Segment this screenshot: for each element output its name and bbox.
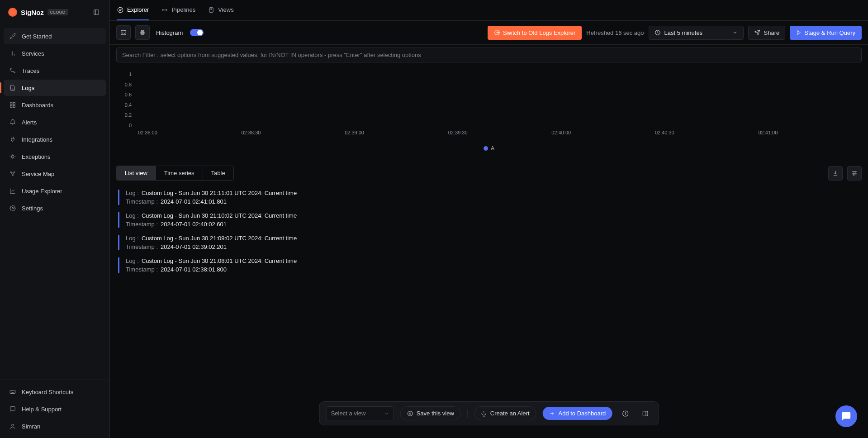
sidebar-nav: Get Started Services Traces Logs Dashboa… [0,24,109,220]
log-entry[interactable]: Log :Custom Log - Sun Jun 30 21:08:01 UT… [118,257,860,273]
sidebar-item-exceptions[interactable]: Exceptions [4,148,106,165]
tab-explorer[interactable]: Explorer [117,0,149,20]
x-tick: 02:40:00 [550,130,653,142]
toolbar: Histogram Switch to Old Logs Explorer Re… [110,21,868,45]
sidebar-item-label: Usage Explorer [22,188,62,195]
search-filter-input[interactable] [116,48,862,62]
svg-marker-21 [119,9,122,11]
x-tick: 02:39:30 [446,130,550,142]
keyboard-icon [9,388,16,395]
log-field-label: Log : [126,257,139,264]
send-icon [754,29,760,36]
tab-views[interactable]: Views [208,0,233,20]
run-query-button[interactable]: Stage & Run Query [790,26,862,40]
sidebar-item-label: Traces [22,67,39,74]
svg-point-36 [853,171,854,172]
sidebar-item-dashboards[interactable]: Dashboards [4,97,106,113]
sidebar-collapse-button[interactable] [91,7,101,17]
sidebar-item-traces[interactable]: Traces [4,62,106,79]
sidebar-item-label: Keyboard Shortcuts [22,389,73,395]
clock-icon [655,29,661,36]
sidebar-item-service-map[interactable]: Service Map [4,166,106,182]
svg-rect-24 [209,7,213,12]
chevron-down-icon [732,30,738,35]
switch-old-explorer-button[interactable]: Switch to Old Logs Explorer [488,26,582,40]
sidebar-item-logs[interactable]: Logs [4,80,106,96]
chat-support-button[interactable] [835,405,857,427]
sidebar-header: SigNoz CLOUD [0,0,109,24]
footer-divider [467,409,468,418]
svg-point-20 [118,7,123,13]
view-mode-table[interactable]: Table [203,166,233,180]
svg-point-39 [408,411,413,416]
select-placeholder: Select a view [331,410,366,417]
sidebar-item-services[interactable]: Services [4,45,106,62]
svg-point-22 [162,9,163,10]
svg-rect-18 [10,390,15,394]
sidebar-item-label: Logs [22,85,34,91]
svg-point-5 [10,68,11,69]
filter-row [116,48,862,62]
sidebar-item-label: Get Started [22,33,52,40]
create-alert-button[interactable]: Create an Alert [474,406,536,420]
sidebar: SigNoz CLOUD Get Started Services Traces… [0,0,110,438]
sidebar-item-label: Help & Support [22,406,62,413]
y-tick: 0.2 [125,112,132,118]
log-list: Log :Custom Log - Sun Jun 30 21:11:01 UT… [110,186,868,281]
sidebar-item-user[interactable]: Simran [4,418,106,434]
sidebar-item-get-started[interactable]: Get Started [4,28,106,44]
sidebar-item-keyboard-shortcuts[interactable]: Keyboard Shortcuts [4,384,106,400]
chat-icon [841,411,851,421]
sidebar-item-alerts[interactable]: Alerts [4,114,106,130]
log-timestamp: 2024-07-01 02:38:01.800 [161,266,227,273]
legend-dot-icon [484,146,488,151]
histogram-toggle[interactable] [190,29,204,36]
histogram-label: Histogram [156,29,183,36]
x-tick: 02:38:30 [240,130,343,142]
log-entry[interactable]: Log :Custom Log - Sun Jun 30 21:11:01 UT… [118,190,860,205]
log-body: Custom Log - Sun Jun 30 21:11:01 UTC 202… [142,190,297,196]
share-button[interactable]: Share [748,26,786,40]
add-to-dashboard-button[interactable]: Add to Dashboard [543,407,612,420]
view-mode-list[interactable]: List view [117,166,156,180]
chart-area: 10.80.60.40.20 02:38:0002:38:3002:39:000… [110,62,868,160]
log-entry[interactable]: Log :Custom Log - Sun Jun 30 21:09:02 UT… [118,235,860,250]
select-view-dropdown[interactable]: Select a view [326,406,394,420]
sidebar-footer: Keyboard Shortcuts Help & Support Simran [0,380,109,438]
sidebar-item-integrations[interactable]: Integrations [4,131,106,148]
format-options-button[interactable] [847,166,862,181]
svg-rect-10 [13,103,15,105]
tab-pipelines[interactable]: Pipelines [161,0,195,20]
x-tick: 02:40:30 [653,130,757,142]
x-tick: 02:39:00 [343,130,446,142]
button-label: Stage & Run Query [804,29,855,36]
play-icon [796,30,802,35]
user-icon [9,423,16,430]
clickhouse-query-button[interactable] [135,25,150,40]
log-field-label: Timestamp : [126,198,158,205]
sidebar-item-label: Integrations [22,136,52,143]
save-view-button[interactable]: Save this view [400,406,461,420]
sidebar-item-settings[interactable]: Settings [4,200,106,216]
sidebar-item-help-support[interactable]: Help & Support [4,401,106,417]
query-builder-button[interactable] [116,25,131,40]
info-button[interactable] [618,407,632,420]
svg-rect-46 [643,411,648,416]
histogram-chart: 10.80.60.40.20 02:38:0002:38:3002:39:000… [118,71,860,142]
time-range-picker[interactable]: Last 5 minutes [649,26,744,40]
sidebar-item-usage-explorer[interactable]: Usage Explorer [4,183,106,199]
views-icon [208,7,214,13]
view-mode-time-series[interactable]: Time series [156,166,203,180]
button-label: Save this view [417,410,454,417]
svg-point-13 [11,155,14,158]
bug-icon [9,153,16,160]
file-text-icon [9,84,16,91]
download-button[interactable] [828,166,843,181]
bar-chart-icon [9,50,16,57]
main-content: Explorer Pipelines Views Histogram Switc… [110,0,868,438]
chart-legend[interactable]: A [118,142,860,155]
log-field-label: Log : [126,212,139,219]
expand-button[interactable] [638,407,652,420]
log-entry[interactable]: Log :Custom Log - Sun Jun 30 21:10:02 UT… [118,212,860,228]
sidebar-item-label: Simran [22,423,40,430]
